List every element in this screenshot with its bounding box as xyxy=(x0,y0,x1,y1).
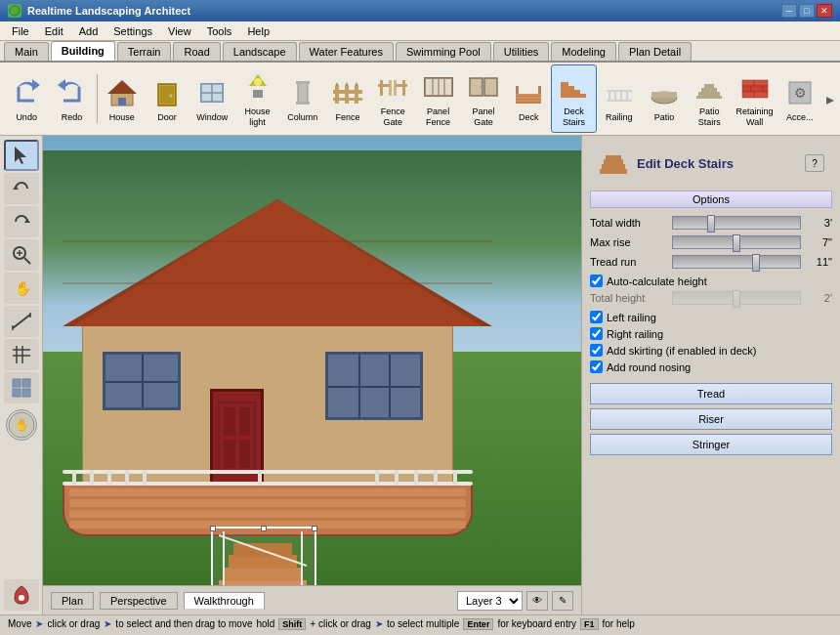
tab-water-features[interactable]: Water Features xyxy=(299,42,394,61)
round-nosing-checkbox[interactable] xyxy=(590,360,603,373)
panel-fence-tool[interactable]: Panel Fence xyxy=(415,64,460,133)
svg-text:✋: ✋ xyxy=(14,417,28,432)
undo-button[interactable]: Undo xyxy=(4,70,49,128)
menu-add[interactable]: Add xyxy=(71,23,106,39)
svg-rect-57 xyxy=(651,92,677,98)
house-light-icon xyxy=(240,69,275,105)
house-light-tool[interactable]: House light xyxy=(234,64,279,133)
window-label: Window xyxy=(196,112,228,123)
tread-run-slider[interactable] xyxy=(672,255,801,269)
titlebar-left: 🌿 Realtime Landscaping Architect xyxy=(8,4,190,18)
fence-gate-tool[interactable]: Fence Gate xyxy=(370,64,415,133)
plan-tab[interactable]: Plan xyxy=(51,592,94,610)
left-railing-checkbox[interactable] xyxy=(590,311,603,323)
total-width-row: Total width 3' xyxy=(590,216,832,230)
svg-rect-103 xyxy=(107,470,111,486)
patio-stairs-tool[interactable]: Patio Stairs xyxy=(687,64,732,133)
zoom-tool[interactable] xyxy=(4,239,39,271)
patio-label: Patio xyxy=(654,112,675,123)
panel-title: Edit Deck Stairs xyxy=(637,156,734,171)
deck-tool[interactable]: Deck xyxy=(506,70,551,128)
layer-edit-button[interactable]: ✎ xyxy=(552,591,573,611)
grid-tool[interactable] xyxy=(4,372,39,403)
door-tool[interactable]: Door xyxy=(145,70,189,128)
auto-calc-checkbox[interactable] xyxy=(590,275,603,287)
maximize-button[interactable]: □ xyxy=(799,4,815,18)
tab-landscape[interactable]: Landscape xyxy=(223,42,297,61)
redo-button[interactable]: Redo xyxy=(49,70,94,128)
svg-marker-96 xyxy=(72,199,483,326)
window-tool[interactable]: Window xyxy=(189,70,234,128)
viewport[interactable]: Plan Perspective Walkthrough Layer 3 Lay… xyxy=(43,136,581,614)
panel-gate-tool[interactable]: Panel Gate xyxy=(461,64,506,133)
door-icon xyxy=(149,75,185,110)
tread-run-label: Tread run xyxy=(590,256,668,268)
menu-tools[interactable]: Tools xyxy=(199,23,240,39)
fence-tool[interactable]: Fence xyxy=(325,70,370,128)
column-icon xyxy=(285,75,320,110)
rotate-right-tool[interactable] xyxy=(4,206,39,237)
help-button[interactable]: ? xyxy=(805,154,824,172)
svg-rect-12 xyxy=(253,90,263,98)
retaining-wall-label: Retaining Wall xyxy=(735,106,774,128)
tab-swimming-pool[interactable]: Swimming Pool xyxy=(396,42,491,61)
menu-help[interactable]: Help xyxy=(239,23,277,39)
select-tool[interactable] xyxy=(4,140,39,171)
perspective-tab[interactable]: Perspective xyxy=(100,592,177,610)
svg-text:⚙: ⚙ xyxy=(793,85,806,101)
patio-icon xyxy=(647,75,682,110)
skirting-row: Add skirting (if enabled in deck) xyxy=(590,344,832,357)
patio-tool[interactable]: Patio xyxy=(642,70,687,128)
svg-rect-108 xyxy=(395,470,399,486)
railing-tool[interactable]: Railing xyxy=(597,70,642,128)
measure-tool[interactable] xyxy=(4,306,39,337)
tread-run-thumb[interactable] xyxy=(752,254,760,272)
toolbar-scroll-right[interactable] xyxy=(824,79,836,118)
layer-dropdown[interactable]: Layer 3 Layer 1 Layer 2 xyxy=(457,591,523,611)
menu-file[interactable]: File xyxy=(4,23,37,39)
svg-point-94 xyxy=(19,595,24,601)
svg-rect-47 xyxy=(561,90,580,94)
walkthrough-tab[interactable]: Walkthrough xyxy=(184,592,265,610)
total-width-slider[interactable] xyxy=(672,216,801,230)
column-tool[interactable]: Column xyxy=(280,70,325,128)
house-window-left xyxy=(103,352,181,410)
tread-button[interactable]: Tread xyxy=(590,383,832,404)
tab-road[interactable]: Road xyxy=(173,42,220,61)
right-railing-checkbox[interactable] xyxy=(590,327,603,340)
house-tool[interactable]: House xyxy=(100,70,145,128)
svg-marker-75 xyxy=(24,219,30,223)
layer-view-button[interactable]: 👁 xyxy=(526,591,548,611)
menu-view[interactable]: View xyxy=(160,23,199,39)
accessories-tool[interactable]: ⚙ Acce... xyxy=(777,70,822,128)
menu-settings[interactable]: Settings xyxy=(105,23,160,39)
tab-utilities[interactable]: Utilities xyxy=(493,42,549,61)
svg-point-14 xyxy=(254,78,262,86)
svg-marker-23 xyxy=(335,82,339,86)
tab-modeling[interactable]: Modeling xyxy=(551,42,616,61)
deck-stairs-tool[interactable]: Deck Stairs xyxy=(551,64,596,133)
snap-tool[interactable] xyxy=(4,579,39,611)
retaining-wall-tool[interactable]: Retaining Wall xyxy=(732,64,777,133)
statusbar: Move ➤ click or drag ➤ to select and the… xyxy=(0,614,840,632)
riser-button[interactable]: Riser xyxy=(590,408,832,430)
minimize-button[interactable]: ─ xyxy=(781,4,797,18)
crop-tool[interactable] xyxy=(4,339,39,370)
menu-edit[interactable]: Edit xyxy=(37,23,71,39)
max-rise-slider[interactable] xyxy=(672,235,801,249)
stringer-button[interactable]: Stringer xyxy=(590,434,832,455)
tab-main[interactable]: Main xyxy=(4,42,49,61)
total-width-thumb[interactable] xyxy=(707,215,715,233)
close-button[interactable]: ✕ xyxy=(817,4,832,18)
nav-wheel[interactable]: ✋ xyxy=(6,409,37,441)
max-rise-thumb[interactable] xyxy=(733,234,740,252)
svg-rect-91 xyxy=(22,389,30,397)
svg-rect-43 xyxy=(516,100,541,102)
rotate-left-tool[interactable] xyxy=(4,173,39,204)
pan-tool[interactable]: ✋ xyxy=(4,273,39,304)
svg-rect-89 xyxy=(22,379,30,387)
tab-plan-detail[interactable]: Plan Detail xyxy=(618,42,692,61)
tab-terrain[interactable]: Terrain xyxy=(117,42,172,61)
skirting-checkbox[interactable] xyxy=(590,344,603,357)
tab-building[interactable]: Building xyxy=(51,41,115,61)
